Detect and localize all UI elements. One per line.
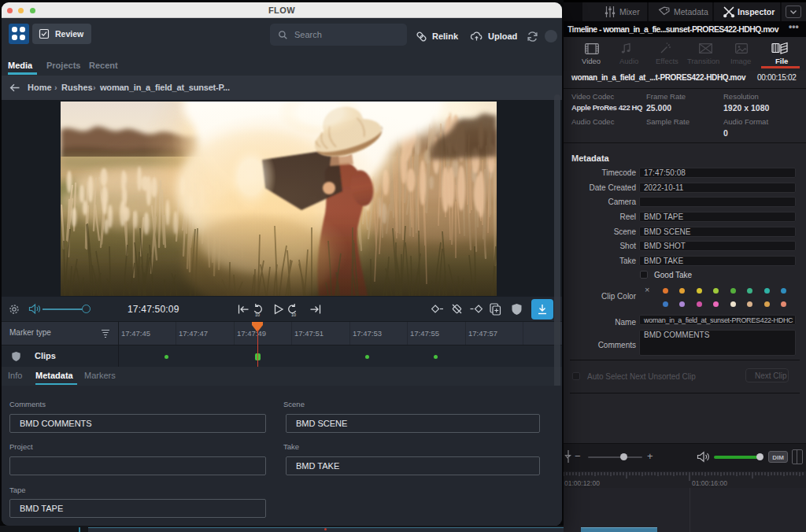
svg-text:10: 10 (255, 312, 260, 316)
svg-text:10: 10 (291, 312, 296, 316)
